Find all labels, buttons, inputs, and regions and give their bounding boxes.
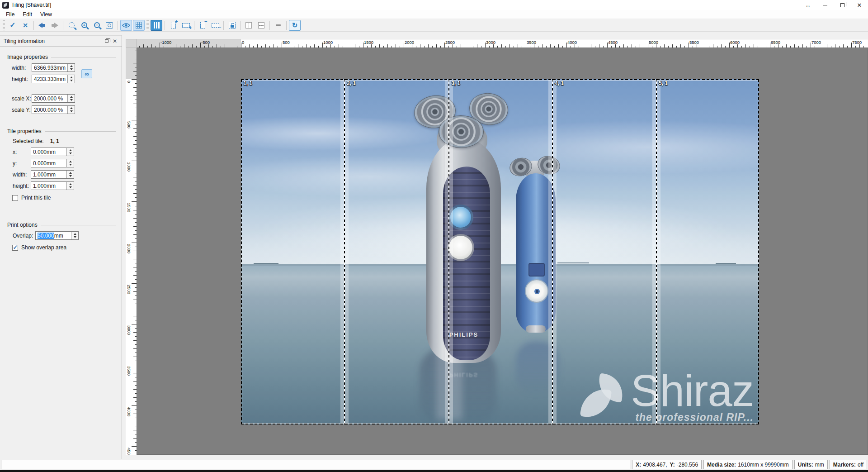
tiling-information-panel: Tiling information ✕ Image properties wi… [0, 35, 122, 459]
overlap-input[interactable]: 50.000mm [35, 231, 79, 240]
grid-toggle-button[interactable] [133, 20, 145, 31]
tile-label[interactable]: 2, 1 [347, 80, 356, 86]
ruler-tick [713, 44, 713, 48]
units-box: Units: mm [794, 460, 828, 469]
cancel-button[interactable]: ✕ [19, 20, 31, 31]
panel-close-button[interactable]: ✕ [111, 38, 119, 45]
panel-float-button[interactable] [103, 38, 111, 45]
scale-y-input[interactable]: 2000.000 % [32, 105, 75, 114]
ruler-tick [200, 43, 201, 48]
ruler-tick [133, 112, 137, 112]
tile-columns-button[interactable] [151, 20, 162, 31]
remove-column-button[interactable]: − [197, 20, 208, 31]
ruler-tick [387, 44, 388, 48]
ruler-tick [762, 44, 762, 48]
ruler-tick [534, 44, 534, 48]
ruler-tick [133, 153, 137, 153]
ruler-tick [208, 44, 209, 48]
tile-label[interactable]: 1, 1 [243, 80, 252, 86]
refresh-icon: ↻ [292, 22, 298, 29]
tile-dim-overlay [241, 79, 759, 424]
resize-button[interactable]: ↔ [799, 0, 816, 10]
image-width-value: 6366.933mm [32, 64, 67, 72]
anchor-tile-button[interactable] [226, 20, 238, 31]
tile-height-spinner[interactable] [66, 182, 74, 190]
selected-tile-value: 1, 1 [50, 138, 59, 144]
image-properties-title: Image properties [7, 54, 48, 60]
ruler-label: 7500 [852, 40, 862, 45]
link-dimensions-button[interactable]: ∞ [81, 69, 92, 78]
close-button[interactable]: ✕ [851, 0, 868, 10]
image-width-input[interactable]: 6366.933mm [32, 63, 75, 72]
show-overlap-checkbox[interactable] [12, 245, 18, 251]
zoom-region-button[interactable] [66, 20, 77, 31]
tile-height-input[interactable]: 1.000mm [31, 181, 74, 190]
menu-view[interactable]: View [36, 10, 56, 19]
scale-y-row: scale Y: 2000.000 % [12, 105, 122, 114]
ruler-tick [133, 430, 137, 430]
apply-button[interactable]: ✓ [7, 20, 19, 31]
overlap-spinner[interactable] [71, 232, 78, 239]
ruler-tick [233, 44, 233, 48]
add-column-button[interactable]: + [167, 20, 179, 31]
print-this-tile-checkbox[interactable] [12, 195, 18, 201]
image-height-input[interactable]: 4233.333mm [32, 75, 75, 83]
add-row-button[interactable]: + [180, 20, 192, 31]
tiled-image[interactable]: PHILIPS PHILIPS [241, 79, 759, 424]
image-height-row: height: 4233.333mm [12, 74, 122, 84]
split-horizontal-button[interactable] [255, 20, 267, 31]
tile-x-input[interactable]: 0.000mm [31, 148, 74, 156]
ruler-tick [461, 44, 461, 48]
tile-x-spinner[interactable] [66, 148, 74, 156]
zoom-fit-button[interactable] [104, 20, 115, 31]
restore-icon [840, 3, 844, 7]
image-height-spinner[interactable] [67, 75, 75, 83]
ruler-tick [737, 44, 738, 48]
toolbar-drag-handle[interactable] [146, 20, 149, 30]
scale-y-spinner[interactable] [67, 106, 75, 114]
remove-split-button[interactable] [272, 20, 284, 31]
tile-width-row: width: 1.000mm [13, 170, 122, 179]
cancel-icon: ✕ [23, 22, 28, 29]
tile-width-spinner[interactable] [66, 171, 74, 178]
tile-label[interactable]: 4, 1 [555, 80, 564, 86]
tile-width-input[interactable]: 1.000mm [31, 170, 74, 179]
ruler-label: 3500 [527, 40, 536, 45]
tile-y-input[interactable]: 0.000mm [31, 159, 74, 167]
ruler-label: 7000 [811, 40, 821, 45]
ruler-tick [680, 44, 681, 48]
forward-button[interactable] [49, 20, 61, 31]
zoom-out-button[interactable] [91, 20, 103, 31]
preview-toggle-button[interactable] [120, 20, 132, 31]
ruler-tick [133, 128, 137, 129]
menu-edit[interactable]: Edit [19, 10, 36, 19]
ruler-tick [802, 44, 803, 48]
refresh-button[interactable]: ↻ [289, 20, 301, 31]
tile-y-spinner[interactable] [66, 159, 74, 167]
ruler-tick [697, 44, 697, 48]
zoom-in-button[interactable] [78, 20, 90, 31]
split-vertical-button[interactable] [243, 20, 255, 31]
canvas: PHILIPS PHILIPS [137, 48, 868, 455]
x-value: 4908.467, [643, 462, 667, 468]
remove-row-button[interactable]: − [209, 20, 221, 31]
tile-label[interactable]: 5, 1 [659, 80, 668, 86]
print-options-title: Print options [7, 222, 38, 228]
overlap-band [340, 79, 349, 424]
toolbar-separator [223, 21, 224, 30]
panel-title: Tiling information [4, 38, 103, 44]
restore-button[interactable] [834, 0, 851, 10]
toolbar-drag-handle[interactable] [3, 20, 5, 30]
menu-file[interactable]: File [2, 10, 19, 19]
minimize-button[interactable] [816, 0, 834, 10]
ruler-tick [133, 185, 137, 186]
scale-x-spinner[interactable] [67, 95, 75, 102]
scale-x-input[interactable]: 2000.000 % [32, 94, 75, 103]
close-icon: ✕ [857, 2, 862, 9]
ruler-label: 2000 [405, 40, 414, 45]
back-button[interactable] [36, 20, 48, 31]
ruler-tick [778, 44, 778, 48]
image-width-spinner[interactable] [67, 64, 75, 72]
tile-label[interactable]: 3, 1 [451, 80, 460, 86]
ruler-tick [133, 348, 137, 349]
